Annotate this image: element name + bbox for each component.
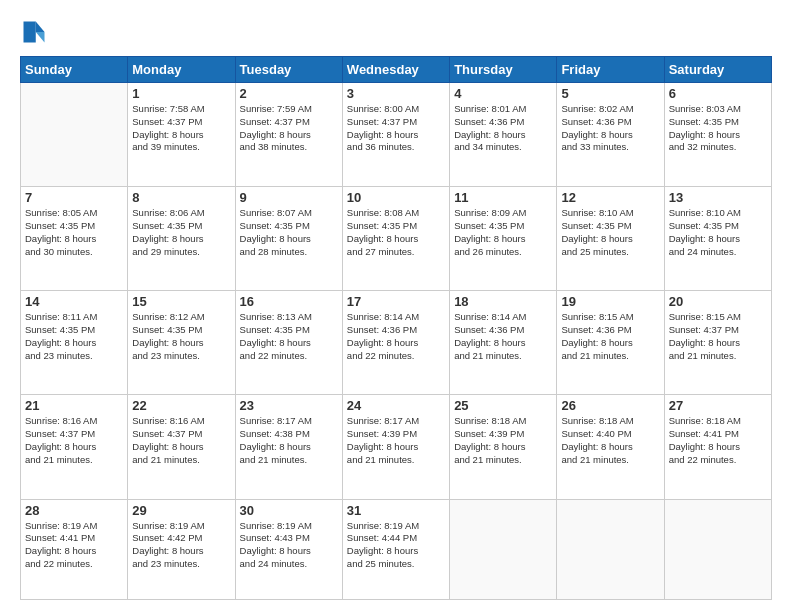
weekday-header: Sunday [21,57,128,83]
cell-details: Sunrise: 8:08 AM Sunset: 4:35 PM Dayligh… [347,207,445,258]
cell-details: Sunrise: 8:14 AM Sunset: 4:36 PM Dayligh… [454,311,552,362]
day-number: 15 [132,294,230,309]
calendar-cell: 26Sunrise: 8:18 AM Sunset: 4:40 PM Dayli… [557,395,664,499]
day-number: 22 [132,398,230,413]
day-number: 8 [132,190,230,205]
day-number: 24 [347,398,445,413]
calendar-cell: 19Sunrise: 8:15 AM Sunset: 4:36 PM Dayli… [557,291,664,395]
day-number: 11 [454,190,552,205]
cell-details: Sunrise: 8:07 AM Sunset: 4:35 PM Dayligh… [240,207,338,258]
calendar-cell: 4Sunrise: 8:01 AM Sunset: 4:36 PM Daylig… [450,83,557,187]
day-number: 17 [347,294,445,309]
cell-details: Sunrise: 8:16 AM Sunset: 4:37 PM Dayligh… [132,415,230,466]
calendar-cell: 15Sunrise: 8:12 AM Sunset: 4:35 PM Dayli… [128,291,235,395]
day-number: 1 [132,86,230,101]
day-number: 7 [25,190,123,205]
day-number: 18 [454,294,552,309]
cell-details: Sunrise: 7:58 AM Sunset: 4:37 PM Dayligh… [132,103,230,154]
day-number: 30 [240,503,338,518]
day-number: 27 [669,398,767,413]
calendar-cell: 5Sunrise: 8:02 AM Sunset: 4:36 PM Daylig… [557,83,664,187]
cell-details: Sunrise: 8:01 AM Sunset: 4:36 PM Dayligh… [454,103,552,154]
calendar-header-row: SundayMondayTuesdayWednesdayThursdayFrid… [21,57,772,83]
calendar-week-row: 21Sunrise: 8:16 AM Sunset: 4:37 PM Dayli… [21,395,772,499]
cell-details: Sunrise: 8:11 AM Sunset: 4:35 PM Dayligh… [25,311,123,362]
day-number: 6 [669,86,767,101]
calendar-cell [664,499,771,600]
page: SundayMondayTuesdayWednesdayThursdayFrid… [0,0,792,612]
day-number: 23 [240,398,338,413]
day-number: 12 [561,190,659,205]
calendar-cell: 9Sunrise: 8:07 AM Sunset: 4:35 PM Daylig… [235,187,342,291]
cell-details: Sunrise: 8:10 AM Sunset: 4:35 PM Dayligh… [561,207,659,258]
day-number: 9 [240,190,338,205]
calendar-cell: 12Sunrise: 8:10 AM Sunset: 4:35 PM Dayli… [557,187,664,291]
calendar-cell: 3Sunrise: 8:00 AM Sunset: 4:37 PM Daylig… [342,83,449,187]
weekday-header: Monday [128,57,235,83]
calendar-week-row: 28Sunrise: 8:19 AM Sunset: 4:41 PM Dayli… [21,499,772,600]
day-number: 3 [347,86,445,101]
weekday-header: Tuesday [235,57,342,83]
cell-details: Sunrise: 8:02 AM Sunset: 4:36 PM Dayligh… [561,103,659,154]
calendar-cell: 24Sunrise: 8:17 AM Sunset: 4:39 PM Dayli… [342,395,449,499]
calendar-cell [450,499,557,600]
cell-details: Sunrise: 8:19 AM Sunset: 4:43 PM Dayligh… [240,520,338,571]
calendar-cell: 6Sunrise: 8:03 AM Sunset: 4:35 PM Daylig… [664,83,771,187]
calendar-cell: 20Sunrise: 8:15 AM Sunset: 4:37 PM Dayli… [664,291,771,395]
calendar-cell: 14Sunrise: 8:11 AM Sunset: 4:35 PM Dayli… [21,291,128,395]
day-number: 19 [561,294,659,309]
day-number: 13 [669,190,767,205]
day-number: 28 [25,503,123,518]
calendar-cell: 29Sunrise: 8:19 AM Sunset: 4:42 PM Dayli… [128,499,235,600]
day-number: 25 [454,398,552,413]
cell-details: Sunrise: 8:18 AM Sunset: 4:40 PM Dayligh… [561,415,659,466]
calendar-cell: 27Sunrise: 8:18 AM Sunset: 4:41 PM Dayli… [664,395,771,499]
cell-details: Sunrise: 8:18 AM Sunset: 4:39 PM Dayligh… [454,415,552,466]
cell-details: Sunrise: 8:05 AM Sunset: 4:35 PM Dayligh… [25,207,123,258]
calendar-cell: 18Sunrise: 8:14 AM Sunset: 4:36 PM Dayli… [450,291,557,395]
svg-rect-2 [24,22,36,43]
calendar-cell: 31Sunrise: 8:19 AM Sunset: 4:44 PM Dayli… [342,499,449,600]
day-number: 16 [240,294,338,309]
calendar-cell: 7Sunrise: 8:05 AM Sunset: 4:35 PM Daylig… [21,187,128,291]
day-number: 20 [669,294,767,309]
day-number: 5 [561,86,659,101]
cell-details: Sunrise: 8:19 AM Sunset: 4:44 PM Dayligh… [347,520,445,571]
weekday-header: Friday [557,57,664,83]
calendar-week-row: 14Sunrise: 8:11 AM Sunset: 4:35 PM Dayli… [21,291,772,395]
header [20,18,772,46]
calendar-cell: 1Sunrise: 7:58 AM Sunset: 4:37 PM Daylig… [128,83,235,187]
weekday-header: Thursday [450,57,557,83]
cell-details: Sunrise: 8:06 AM Sunset: 4:35 PM Dayligh… [132,207,230,258]
cell-details: Sunrise: 8:00 AM Sunset: 4:37 PM Dayligh… [347,103,445,154]
calendar-table: SundayMondayTuesdayWednesdayThursdayFrid… [20,56,772,600]
calendar-week-row: 7Sunrise: 8:05 AM Sunset: 4:35 PM Daylig… [21,187,772,291]
calendar-cell: 23Sunrise: 8:17 AM Sunset: 4:38 PM Dayli… [235,395,342,499]
cell-details: Sunrise: 8:03 AM Sunset: 4:35 PM Dayligh… [669,103,767,154]
calendar-cell: 13Sunrise: 8:10 AM Sunset: 4:35 PM Dayli… [664,187,771,291]
calendar-cell [21,83,128,187]
day-number: 4 [454,86,552,101]
cell-details: Sunrise: 8:17 AM Sunset: 4:39 PM Dayligh… [347,415,445,466]
cell-details: Sunrise: 8:19 AM Sunset: 4:42 PM Dayligh… [132,520,230,571]
cell-details: Sunrise: 8:17 AM Sunset: 4:38 PM Dayligh… [240,415,338,466]
cell-details: Sunrise: 8:09 AM Sunset: 4:35 PM Dayligh… [454,207,552,258]
cell-details: Sunrise: 8:15 AM Sunset: 4:36 PM Dayligh… [561,311,659,362]
logo-icon [20,18,48,46]
day-number: 21 [25,398,123,413]
cell-details: Sunrise: 8:19 AM Sunset: 4:41 PM Dayligh… [25,520,123,571]
calendar-cell: 17Sunrise: 8:14 AM Sunset: 4:36 PM Dayli… [342,291,449,395]
calendar-cell: 22Sunrise: 8:16 AM Sunset: 4:37 PM Dayli… [128,395,235,499]
cell-details: Sunrise: 8:18 AM Sunset: 4:41 PM Dayligh… [669,415,767,466]
weekday-header: Wednesday [342,57,449,83]
cell-details: Sunrise: 8:10 AM Sunset: 4:35 PM Dayligh… [669,207,767,258]
day-number: 31 [347,503,445,518]
cell-details: Sunrise: 8:15 AM Sunset: 4:37 PM Dayligh… [669,311,767,362]
calendar-cell: 28Sunrise: 8:19 AM Sunset: 4:41 PM Dayli… [21,499,128,600]
logo [20,18,52,46]
calendar-week-row: 1Sunrise: 7:58 AM Sunset: 4:37 PM Daylig… [21,83,772,187]
day-number: 2 [240,86,338,101]
calendar-cell: 16Sunrise: 8:13 AM Sunset: 4:35 PM Dayli… [235,291,342,395]
cell-details: Sunrise: 8:13 AM Sunset: 4:35 PM Dayligh… [240,311,338,362]
cell-details: Sunrise: 8:12 AM Sunset: 4:35 PM Dayligh… [132,311,230,362]
